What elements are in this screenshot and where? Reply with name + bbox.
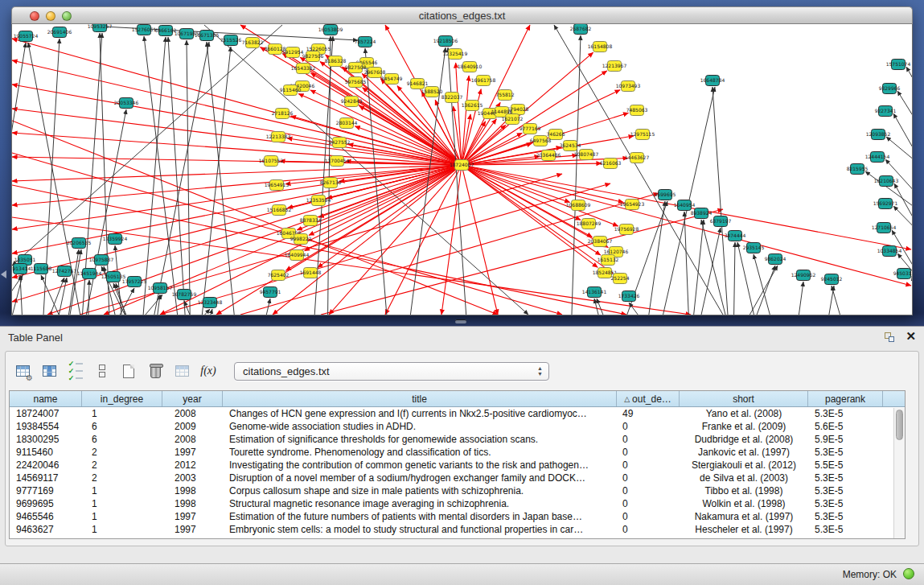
network-node[interactable]: 3913414 [12, 264, 31, 274]
network-node[interactable]: 17957225 [122, 277, 147, 287]
memory-status-indicator[interactable] [903, 568, 914, 579]
cell-short[interactable]: Dudbridge et al. (2008) [680, 433, 808, 446]
network-node-cited[interactable]: 9998222 [290, 234, 312, 245]
cell-year[interactable]: 2012 [162, 459, 223, 472]
cell-pagerank[interactable]: 5.9E-5 [808, 433, 883, 446]
network-node-cited[interactable]: 7485063 [626, 105, 648, 116]
cell-short[interactable]: Yano et al. (2008) [680, 407, 808, 420]
cell-name[interactable]: 22420046 [10, 459, 82, 472]
network-node-cited[interactable]: 8878334 [300, 216, 322, 226]
cell-pagerank[interactable]: 5.3E-5 [808, 510, 883, 523]
cell-year[interactable]: 1997 [162, 510, 223, 523]
network-node[interactable]: 12323448 [198, 298, 223, 308]
cell-in_degree[interactable]: 1 [82, 407, 162, 420]
cell-name[interactable]: 9115460 [10, 446, 82, 459]
network-node-cited[interactable]: 5912954 [282, 47, 304, 58]
cell-name[interactable]: 18724007 [10, 407, 82, 420]
table-row[interactable]: 977716911998Corpus callosum shape and si… [10, 484, 905, 497]
table-row[interactable]: 1938455462009Genome-wide association stu… [10, 420, 905, 433]
table-row[interactable]: 1456911722003Disruption of a novel membe… [10, 472, 905, 484]
table-row[interactable]: 911546021997Tourette syndrome. Phenomeno… [10, 446, 905, 459]
network-node-cited[interactable]: 12353594 [306, 196, 331, 206]
network-node[interactable]: 16053809 [318, 25, 343, 35]
network-node-cited[interactable]: 9427552 [329, 138, 351, 148]
cell-title[interactable]: Disruption of a novel member of a sodium… [223, 472, 617, 484]
cell-name[interactable]: 18300295 [10, 433, 82, 446]
table-select-dropdown[interactable]: citations_edges.txt ▲▼ [234, 362, 549, 381]
network-node-cited[interactable]: 20384067 [588, 237, 613, 247]
table-row[interactable]: 1872400712008Changes of HCN gene express… [10, 407, 905, 420]
network-node-cited[interactable]: 12213383 [266, 132, 291, 142]
cell-name[interactable]: 14569117 [10, 472, 82, 484]
network-node-cited[interactable]: 1362615 [462, 101, 483, 111]
network-node-cited[interactable]: 7163822 [242, 38, 264, 48]
cell-year[interactable]: 2008 [162, 407, 223, 420]
close-panel-icon[interactable]: ✕ [906, 331, 916, 342]
cell-out_de[interactable]: 0 [617, 497, 680, 510]
network-node-cited[interactable]: 252254 [611, 274, 630, 284]
cell-title[interactable]: Investigating the contribution of common… [223, 459, 617, 472]
row-height-icon[interactable] [90, 359, 114, 383]
network-node[interactable]: 16671385 [195, 31, 220, 41]
network-node[interactable]: 15276061 [132, 25, 157, 35]
cell-name[interactable]: 9699695 [10, 497, 82, 510]
network-node-cited[interactable]: 8322037 [441, 93, 463, 103]
network-node-cited[interactable]: 3624534 [560, 141, 581, 151]
cell-short[interactable]: Franke et al. (2009) [680, 420, 808, 433]
network-node[interactable]: 7515526 [220, 35, 242, 46]
cell-in_degree[interactable]: 2 [82, 472, 162, 484]
network-node-cited[interactable]: 19756928 [614, 225, 639, 235]
network-node[interactable]: 9862024 [765, 254, 786, 265]
column-header-title[interactable]: title [223, 391, 617, 406]
cell-name[interactable]: 9463627 [10, 523, 82, 536]
cell-pagerank[interactable]: 5.3E-5 [808, 484, 883, 497]
network-node-cited[interactable]: 16154808 [588, 42, 613, 52]
select-columns-icon[interactable]: ✓ ✓ ✓ [64, 359, 88, 383]
cell-in_degree[interactable]: 2 [82, 459, 162, 472]
table-row[interactable]: 969969511998Structural magnetic resonanc… [10, 497, 905, 510]
cell-out_de[interactable]: 0 [617, 420, 680, 433]
cell-out_de[interactable]: 0 [617, 484, 680, 497]
network-node-cited[interactable]: 18807249 [577, 219, 602, 229]
cell-pagerank[interactable]: 5.3E-5 [808, 472, 883, 484]
network-node[interactable]: 19218506 [433, 36, 458, 47]
cell-title[interactable]: Embryonic stem cells: a model to study s… [223, 523, 617, 536]
network-node-cited[interactable]: 20364486 [536, 150, 561, 161]
network-node-cited[interactable]: 6216063 [600, 159, 622, 169]
network-node-cited[interactable]: 1615132 [598, 255, 619, 266]
network-node[interactable]: 6466162 [155, 26, 177, 36]
table-settings-icon[interactable]: ⚙ [10, 359, 35, 383]
cell-year[interactable]: 2008 [162, 433, 223, 446]
cell-title[interactable]: Estimation of the future numbers of pati… [223, 510, 617, 523]
cell-title[interactable]: Structural magnetic resonance image aver… [223, 497, 617, 510]
network-node-cited[interactable]: 9827506 [302, 51, 324, 62]
window-titlebar[interactable]: citations_edges.txt [11, 6, 913, 24]
table-row[interactable]: 1830029562008Estimation of significance … [10, 433, 905, 446]
network-node[interactable]: 10953257 [88, 24, 113, 32]
table-row[interactable]: 946362711997Embryonic stem cells: a mode… [10, 523, 905, 536]
network-node-cited[interactable]: 8186328 [325, 56, 347, 67]
table-row[interactable]: 946554611997Estimation of the future num… [10, 510, 905, 523]
scrollbar-thumb[interactable] [896, 410, 903, 440]
network-node-cited[interactable]: 16107552 [259, 156, 284, 167]
cell-short[interactable]: Hescheler et al. (1997) [680, 523, 808, 536]
cell-short[interactable]: Nakamura et al. (1997) [680, 510, 808, 523]
network-node[interactable]: 9699695 [655, 190, 676, 200]
cell-short[interactable]: Jankovic et al. (1997) [680, 446, 808, 459]
table-row[interactable]: 2242004622012Investigating the contribut… [10, 459, 905, 472]
cell-in_degree[interactable]: 1 [82, 484, 162, 497]
network-node[interactable]: 16648784 [700, 76, 725, 86]
cell-out_de[interactable]: 0 [617, 433, 680, 446]
panel-collapse-arrow-icon[interactable] [1, 270, 6, 278]
show-columns-icon[interactable] [37, 359, 61, 383]
column-header-out_de[interactable]: △out_de… [617, 391, 680, 406]
network-node[interactable]: 7857224 [355, 37, 376, 47]
cell-in_degree[interactable]: 6 [82, 433, 162, 446]
network-node-cited[interactable]: 18640910 [458, 62, 483, 72]
network-node-cited[interactable]: 10807487 [574, 150, 599, 160]
cell-in_degree[interactable]: 1 [82, 523, 162, 536]
network-node-cited[interactable]: 15166852 [267, 205, 292, 216]
network-node[interactable]: 20691406 [47, 27, 72, 38]
network-node-cited[interactable]: 6497568 [530, 136, 552, 146]
network-node[interactable]: 9457791 [260, 287, 281, 298]
